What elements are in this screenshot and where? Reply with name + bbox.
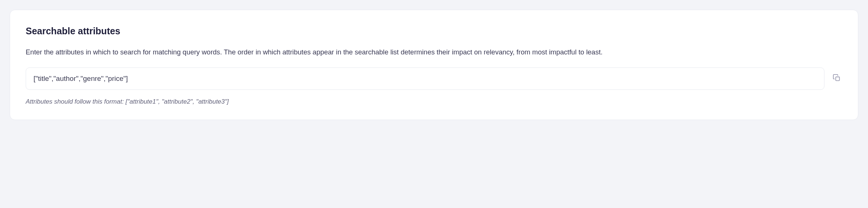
format-hint: Attributes should follow this format: ["… — [26, 98, 842, 105]
input-row — [26, 67, 842, 90]
section-description: Enter the attributes in which to search … — [26, 47, 842, 58]
svg-rect-0 — [836, 77, 839, 81]
section-title: Searchable attributes — [26, 26, 842, 37]
copy-button[interactable] — [831, 72, 842, 85]
copy-icon — [833, 74, 841, 83]
attributes-input[interactable] — [26, 67, 824, 90]
searchable-attributes-card: Searchable attributes Enter the attribut… — [10, 10, 858, 120]
